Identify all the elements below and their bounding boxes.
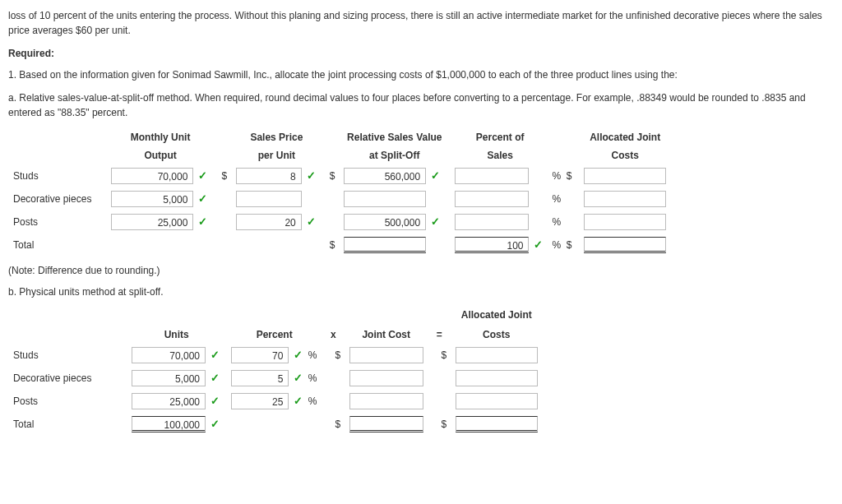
colb-eq-h: = (428, 324, 451, 344)
check-icon: ✓ (210, 393, 220, 409)
check-icon: ✓ (210, 370, 220, 386)
studs-cost[interactable] (584, 168, 666, 184)
posts-price[interactable]: 20 (236, 214, 302, 230)
question-1b: b. Physical units method at split-off. (8, 284, 834, 299)
rounding-note: (Note: Difference due to rounding.) (8, 265, 160, 276)
b-posts-cost[interactable] (456, 393, 538, 409)
table-b: Allocated Joint Units Percent x Joint Co… (8, 304, 543, 436)
colb-alloc-h1: Allocated Joint (451, 304, 543, 324)
colb-jc-h: Joint Cost (345, 324, 428, 344)
studs-output[interactable]: 70,000 (111, 168, 193, 184)
decorative-percent[interactable] (455, 191, 529, 207)
b-total-cost[interactable] (456, 416, 538, 432)
b-decorative-units[interactable]: 5,000 (132, 370, 206, 386)
col-output-h2: Output (106, 146, 214, 164)
row-label-posts: Posts (8, 210, 106, 234)
b-studs-percent[interactable]: 70 (231, 347, 289, 363)
dollar-sign: $ (439, 417, 449, 432)
colb-percent-h: Percent (226, 324, 322, 344)
total-percent[interactable]: 100 (455, 237, 529, 253)
col-output-h1: Monthly Unit (106, 128, 214, 146)
table-row: Decorative pieces 5,000 ✓ 5 ✓ % (8, 367, 543, 390)
col-percent-h2: Sales (450, 146, 549, 164)
decorative-cost[interactable] (584, 191, 666, 207)
b-decorative-percent[interactable]: 5 (231, 370, 289, 386)
table-row: Posts 25,000 ✓ 20 ✓ 500,000 ✓ % (8, 210, 671, 234)
dollar-sign: $ (564, 169, 574, 183)
b-posts-percent[interactable]: 25 (231, 393, 289, 409)
check-icon: ✓ (294, 370, 303, 386)
dollar-sign: $ (333, 348, 343, 363)
dollar-sign: $ (439, 348, 449, 363)
studs-price[interactable]: 8 (236, 168, 302, 184)
check-icon: ✓ (294, 393, 303, 409)
b-studs-units[interactable]: 70,000 (132, 347, 206, 363)
check-icon: ✓ (306, 168, 316, 184)
question-1: 1. Based on the information given for So… (8, 67, 834, 82)
posts-value[interactable]: 500,000 (344, 214, 426, 230)
table-a: Monthly Unit Sales Price Relative Sales … (8, 128, 671, 257)
b-posts-units[interactable]: 25,000 (132, 393, 206, 409)
check-icon: ✓ (430, 168, 440, 184)
percent-sign: % (552, 238, 562, 252)
rowb-label-decorative: Decorative pieces (8, 367, 127, 390)
table-row: Studs 70,000 ✓ $ 8 ✓ $ 560,000 ✓ % $ (8, 164, 671, 187)
b-posts-jc[interactable] (349, 393, 423, 409)
colb-alloc-h2: Costs (451, 324, 543, 344)
total-cost[interactable] (584, 237, 666, 253)
posts-cost[interactable] (584, 214, 666, 230)
check-icon: ✓ (294, 347, 303, 363)
posts-percent[interactable] (455, 214, 529, 230)
row-label-decorative: Decorative pieces (8, 187, 106, 210)
percent-sign: % (552, 192, 562, 206)
dollar-sign: $ (564, 238, 574, 252)
dollar-sign: $ (220, 169, 229, 183)
posts-output[interactable]: 25,000 (111, 214, 193, 230)
intro-paragraph: loss of 10 percent of the units entering… (8, 8, 834, 38)
percent-sign: % (308, 394, 317, 409)
col-cost-h1: Allocated Joint (579, 128, 671, 146)
table-row: Posts 25,000 ✓ 25 ✓ % (8, 390, 543, 413)
check-icon: ✓ (534, 237, 544, 253)
b-studs-cost[interactable] (456, 347, 538, 363)
required-heading: Required: (8, 46, 834, 61)
rowb-label-posts: Posts (8, 390, 127, 413)
b-decorative-jc[interactable] (349, 370, 423, 386)
check-icon: ✓ (210, 416, 220, 432)
dollar-sign: $ (327, 238, 337, 252)
col-percent-h1: Percent of (450, 128, 549, 146)
table-row-total: Total 100,000 ✓ $ $ (8, 413, 543, 436)
col-value-h1: Relative Sales Value (339, 128, 450, 146)
row-label-studs: Studs (8, 164, 106, 187)
percent-sign: % (552, 169, 562, 183)
decorative-value[interactable] (344, 191, 426, 207)
colb-units-h: Units (127, 324, 226, 344)
col-price-h2: per Unit (231, 146, 322, 164)
colb-x-h: x (322, 324, 345, 344)
studs-percent[interactable] (455, 168, 529, 184)
b-decorative-cost[interactable] (456, 370, 538, 386)
table-row: Studs 70,000 ✓ 70 ✓ % $ $ (8, 344, 543, 367)
decorative-price[interactable] (236, 191, 302, 207)
b-total-jc[interactable] (349, 416, 423, 432)
check-icon: ✓ (198, 168, 208, 184)
question-1a: a. Relative sales-value-at-split-off met… (8, 90, 834, 120)
col-cost-h2: Costs (579, 146, 671, 164)
check-icon: ✓ (210, 347, 220, 363)
total-value[interactable] (344, 237, 426, 253)
col-price-h1: Sales Price (231, 128, 322, 146)
rowb-label-studs: Studs (8, 344, 127, 367)
table-row: Decorative pieces 5,000 ✓ % (8, 187, 671, 210)
row-label-total: Total (8, 234, 106, 257)
table-row-total: Total $ 100 ✓ % $ (8, 234, 671, 257)
b-studs-jc[interactable] (349, 347, 423, 363)
percent-sign: % (308, 348, 317, 363)
b-total-units[interactable]: 100,000 (132, 416, 206, 432)
check-icon: ✓ (306, 214, 316, 230)
check-icon: ✓ (198, 191, 208, 207)
decorative-output[interactable]: 5,000 (111, 191, 193, 207)
dollar-sign: $ (327, 169, 337, 183)
check-icon: ✓ (198, 214, 208, 230)
studs-value[interactable]: 560,000 (344, 168, 426, 184)
rowb-label-total: Total (8, 413, 127, 436)
